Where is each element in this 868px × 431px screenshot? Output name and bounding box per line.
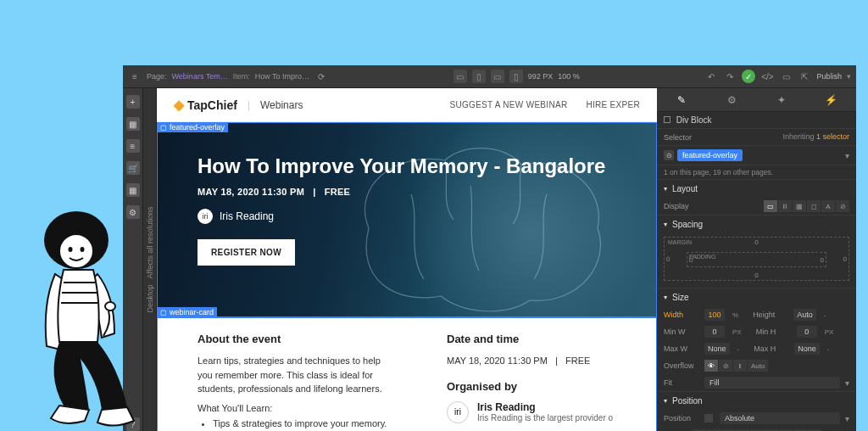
element-type-row: Div Block [657, 112, 856, 129]
position-select[interactable]: Absolute [720, 412, 840, 424]
tab-style-icon[interactable]: ✎ [674, 92, 689, 108]
webflow-designer: ≡ Page: Webinars Tem… Item: How To Impro… [123, 65, 856, 431]
maxh-input[interactable]: None [794, 343, 820, 355]
publish-button[interactable]: Publish [816, 72, 842, 81]
position-type-icon [704, 414, 713, 423]
inheriting-count[interactable]: 1 selector [816, 132, 849, 141]
cms-icon[interactable]: ≡ [126, 139, 140, 153]
overflow-hidden-icon[interactable]: ⊘ [719, 360, 732, 372]
pages-icon[interactable]: ▦ [126, 117, 140, 131]
selector-target-icon[interactable]: ⊙ [664, 150, 674, 160]
spacing-section: Spacing MARGIN 0 0 0 0 PADDING 0 0 [657, 216, 856, 288]
content-section: About the event Learn tips, strategies a… [157, 317, 657, 431]
display-grid-icon[interactable]: ▦ [793, 200, 806, 212]
brand-mark-icon: ◆ [174, 97, 184, 113]
about-what-label: What You'll Learn: [198, 403, 396, 413]
nav-hire[interactable]: HIRE EXPER [586, 100, 640, 109]
organiser-block: iri Iris Reading Iris Reading is the lar… [447, 401, 616, 423]
overflow-scroll-icon[interactable]: ⫿ [733, 360, 747, 372]
redo-icon[interactable]: ↷ [723, 70, 737, 83]
display-inlineblock-icon[interactable]: ◻ [807, 200, 821, 212]
panel-tabs: ✎ ⚙ ✦ ⚡ [657, 88, 856, 112]
about-heading: About the event [198, 333, 396, 345]
code-icon[interactable]: </> [760, 70, 774, 83]
maxw-input[interactable]: None [704, 343, 730, 355]
position-heading[interactable]: Position [657, 392, 856, 410]
menu-icon[interactable]: ≡ [128, 70, 142, 83]
width-input[interactable]: 100 [704, 309, 725, 321]
about-desc: Learn tips, strategies and techniques to… [198, 354, 396, 396]
tab-effects-icon[interactable]: ⚡ [824, 92, 839, 108]
chevron-down-icon[interactable]: ▾ [845, 151, 849, 160]
chevron-down-icon[interactable]: ▾ [845, 378, 849, 388]
fit-select[interactable]: Fill [704, 377, 840, 389]
maxh-label: Max H [754, 344, 789, 353]
chevron-down-icon[interactable]: ▾ [845, 414, 849, 423]
author-avatar: iri [198, 209, 213, 224]
status-ok-icon[interactable]: ✓ [742, 70, 755, 83]
site-header: ◆TapChief | Webinars SUGGEST A NEW WEBIN… [157, 88, 657, 122]
top-toolbar: ≡ Page: Webinars Tem… Item: How To Impro… [123, 65, 856, 88]
hero-meta: MAY 18, 2020 11:30 PM | FREE [198, 187, 616, 197]
overflow-visible-icon[interactable]: 👁 [704, 360, 718, 372]
selector-input[interactable]: ⊙ featured-overlay ▾ [657, 146, 856, 165]
assets-icon[interactable]: ▦ [126, 183, 140, 197]
help-icon[interactable]: ? [126, 417, 140, 431]
overflow-label: Overflow [664, 361, 699, 370]
class-chip[interactable]: featured-overlay [677, 149, 743, 161]
spacing-heading[interactable]: Spacing [657, 216, 856, 233]
design-canvas[interactable]: ◆TapChief | Webinars SUGGEST A NEW WEBIN… [157, 88, 657, 431]
page-name[interactable]: Webinars Tem… [172, 72, 228, 81]
refresh-icon[interactable]: ⟳ [314, 70, 328, 83]
selector-label: Selector [664, 133, 692, 142]
ecommerce-icon[interactable]: 🛒 [126, 161, 140, 175]
device-mobile-l-icon[interactable]: ▭ [491, 70, 504, 83]
settings-icon[interactable]: ⚙ [126, 205, 140, 219]
canvas-zoom[interactable]: 100 % [558, 72, 580, 81]
device-desktop-icon[interactable]: ▭ [453, 70, 467, 83]
selection-tag-featured[interactable]: ▢featured-overlay [157, 122, 228, 132]
about-column: About the event Learn tips, strategies a… [198, 333, 396, 431]
about-bullets: Tips & strategies to improve your memory… [198, 418, 396, 432]
tab-settings-icon[interactable]: ⚙ [724, 92, 739, 108]
side-column: Date and time MAY 18, 2020 11:30 PM | FR… [447, 333, 616, 431]
orientation-affects: Affects all resolutions [146, 207, 154, 279]
display-none-icon[interactable]: ⊘ [836, 200, 849, 212]
orientation-strip: Desktop Affects all resolutions [143, 88, 157, 431]
canvas-width[interactable]: 992 PX [528, 72, 554, 81]
page-label: Page: [147, 72, 167, 81]
display-flex-icon[interactable]: ⫼ [778, 200, 792, 212]
position-label: Position [664, 414, 699, 423]
register-button[interactable]: REGISTER NOW [198, 239, 295, 266]
tab-interactions-icon[interactable]: ✦ [774, 92, 789, 108]
datetime-value: MAY 18, 2020 11:30 PM | FREE [447, 354, 616, 368]
left-rail: + ▦ ≡ 🛒 ▦ ⚙ ? [123, 88, 143, 431]
width-label: Width [664, 311, 699, 319]
size-heading[interactable]: Size [657, 288, 856, 306]
display-block-icon[interactable]: ▭ [764, 200, 777, 212]
layout-heading[interactable]: Layout [657, 180, 856, 198]
hero-title: How To Improve Your Memory - Bangalore [198, 154, 616, 178]
overflow-auto[interactable]: Auto [748, 360, 768, 372]
position-section: Position Position Absolute ▾ ◤ ▲ ◥ ◀ ◼ ▶… [657, 392, 856, 431]
display-inline-icon[interactable]: A [821, 200, 835, 212]
brand-logo[interactable]: ◆TapChief [174, 97, 237, 113]
nav-suggest[interactable]: SUGGEST A NEW WEBINAR [450, 100, 568, 109]
undo-icon[interactable]: ↶ [704, 70, 718, 83]
height-input[interactable]: Auto [793, 309, 816, 321]
device-mobile-icon[interactable]: ▯ [509, 70, 523, 83]
device-tablet-icon[interactable]: ▯ [472, 70, 486, 83]
layout-section: Layout Display ▭ ⫼ ▦ ◻ A ⊘ [657, 180, 856, 216]
export-icon[interactable]: ⇱ [798, 70, 811, 83]
add-element-icon[interactable]: + [126, 95, 140, 109]
minw-input[interactable]: 0 [704, 326, 725, 338]
organised-heading: Organised by [447, 380, 616, 393]
item-name[interactable]: How To Impro… [255, 72, 309, 81]
hero-section: How To Improve Your Memory - Bangalore M… [157, 122, 657, 317]
orientation-desktop: Desktop [146, 284, 154, 312]
selection-tag-card[interactable]: ▢webinar-card [157, 307, 217, 317]
spacing-editor[interactable]: MARGIN 0 0 0 0 PADDING 0 0 [664, 237, 849, 281]
hero-author: iri Iris Reading [198, 209, 616, 224]
minh-input[interactable]: 0 [797, 326, 817, 338]
preview-icon[interactable]: ▭ [779, 70, 793, 83]
